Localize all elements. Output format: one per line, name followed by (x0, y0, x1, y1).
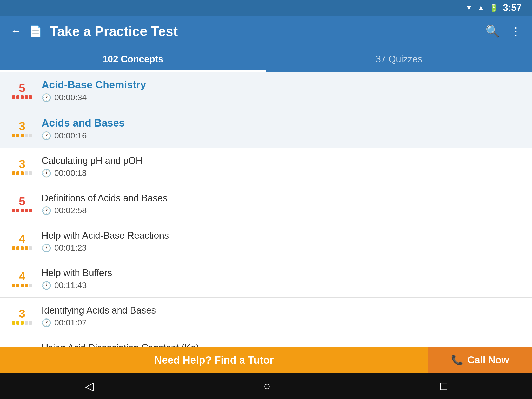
score-bar (16, 171, 19, 175)
score-block: 4 (10, 271, 34, 287)
list-item[interactable]: 3Identifying Acids and Bases🕐00:01:07 (0, 298, 532, 335)
nav-home-icon[interactable]: ○ (263, 380, 270, 393)
item-title: Acids and Bases (42, 117, 522, 129)
score-bar (29, 284, 32, 287)
call-now-button[interactable]: 📞 Call Now (428, 347, 532, 373)
score-bar (12, 284, 15, 287)
score-bar (12, 209, 15, 212)
clock-icon: 🕐 (42, 169, 51, 178)
item-content: Help with Buffers🕐00:11:43 (42, 268, 522, 290)
score-bar (21, 284, 24, 287)
score-bar (12, 321, 15, 325)
score-number: 5 (19, 82, 25, 94)
item-title: Identifying Acids and Bases (42, 305, 522, 316)
score-number: 5 (19, 196, 25, 207)
time-value: 00:00:34 (54, 93, 87, 102)
score-bar (21, 321, 24, 325)
score-bar (16, 284, 19, 287)
item-time: 🕐00:02:58 (42, 206, 522, 215)
list-item[interactable]: 5Definitions of Acids and Bases🕐00:02:58 (0, 185, 532, 223)
list-item[interactable]: 4Help with Buffers🕐00:11:43 (0, 260, 532, 298)
list-item[interactable]: 4Help with Acid-Base Reactions🕐00:01:23 (0, 223, 532, 260)
header-left: ← 📄 Take a Practice Test (10, 23, 178, 39)
item-time: 🕐00:01:23 (42, 243, 522, 253)
score-bar (29, 246, 32, 250)
signal-icon: ▲ (477, 4, 484, 12)
score-bar (16, 209, 19, 212)
score-bar (25, 171, 28, 175)
clock-icon: 🕐 (42, 93, 51, 102)
score-bar (29, 209, 32, 212)
score-bar (21, 246, 24, 250)
more-icon[interactable]: ⋮ (510, 25, 522, 38)
item-content: Definitions of Acids and Bases🕐00:02:58 (42, 193, 522, 215)
score-bar (16, 95, 19, 99)
score-bar (21, 95, 24, 99)
status-bar: ▼ ▲ 🔋 3:57 (0, 0, 532, 16)
score-bar (12, 134, 15, 137)
clock-icon: 🕐 (42, 206, 51, 215)
item-content: Help with Acid-Base Reactions🕐00:01:23 (42, 230, 522, 253)
time-value: 00:01:23 (54, 243, 87, 253)
score-bar (16, 321, 19, 325)
score-bar (12, 171, 15, 175)
status-icons: ▼ ▲ 🔋 3:57 (466, 2, 522, 13)
item-time: 🕐00:00:34 (42, 93, 522, 102)
list-item[interactable]: 3Acids and Bases🕐00:00:16 (0, 110, 532, 148)
header: ← 📄 Take a Practice Test 🔍 ⋮ (0, 16, 532, 47)
score-bar (29, 95, 32, 99)
back-button[interactable]: ← (10, 25, 21, 37)
nav-back-icon[interactable]: ◁ (85, 380, 94, 393)
score-bars (12, 321, 32, 325)
clock-icon: 🕐 (42, 318, 51, 327)
score-bar (12, 95, 15, 99)
list-item[interactable]: 5Acid-Base Chemistry🕐00:00:34 (0, 72, 532, 110)
call-now-label: Call Now (467, 355, 509, 366)
status-time: 3:57 (503, 2, 522, 13)
time-value: 00:02:58 (54, 206, 87, 215)
item-content: Acids and Bases🕐00:00:16 (42, 117, 522, 141)
document-icon: 📄 (29, 25, 42, 37)
item-content: Identifying Acids and Bases🕐00:01:07 (42, 305, 522, 328)
tabs: 102 Concepts 37 Quizzes (0, 47, 532, 72)
score-bar (16, 246, 19, 250)
page-title: Take a Practice Test (50, 23, 178, 39)
clock-icon: 🕐 (42, 131, 51, 140)
time-value: 00:00:18 (54, 168, 87, 178)
item-time: 🕐00:00:18 (42, 168, 522, 178)
score-bar (12, 246, 15, 250)
score-bars (12, 246, 32, 250)
score-number: 3 (19, 121, 25, 132)
score-bars (12, 95, 32, 99)
header-right: 🔍 ⋮ (486, 24, 522, 38)
item-content: Calculating pH and pOH🕐00:00:18 (42, 155, 522, 178)
item-content: Using Acid Dissociation Constant (Ka)🕐00… (42, 342, 522, 347)
score-bar (25, 209, 28, 212)
score-number: 4 (19, 271, 25, 282)
battery-icon: 🔋 (489, 4, 498, 12)
item-title: Help with Acid-Base Reactions (42, 230, 522, 241)
score-block: 5 (10, 82, 34, 99)
score-block: 5 (10, 196, 34, 212)
list-item[interactable]: 5Using Acid Dissociation Constant (Ka)🕐0… (0, 335, 532, 347)
item-time: 🕐00:00:16 (42, 131, 522, 141)
score-block: 3 (10, 121, 34, 137)
score-bar (25, 321, 28, 325)
score-bar (29, 321, 32, 325)
score-bar (25, 134, 28, 137)
tab-quizzes[interactable]: 37 Quizzes (266, 47, 532, 72)
item-content: Acid-Base Chemistry🕐00:00:34 (42, 79, 522, 102)
score-number: 3 (19, 308, 25, 320)
nav-recent-icon[interactable]: □ (440, 380, 447, 393)
time-value: 00:11:43 (54, 281, 87, 290)
concepts-list: 5Acid-Base Chemistry🕐00:00:343Acids and … (0, 72, 532, 347)
score-number: 4 (19, 233, 25, 245)
tab-concepts[interactable]: 102 Concepts (0, 47, 266, 72)
score-bar (25, 246, 28, 250)
score-bar (21, 209, 24, 212)
score-number: 3 (19, 158, 25, 170)
search-icon[interactable]: 🔍 (486, 24, 500, 38)
clock-icon: 🕐 (42, 243, 51, 252)
list-item[interactable]: 3Calculating pH and pOH🕐00:00:18 (0, 148, 532, 185)
score-block: 3 (10, 308, 34, 325)
